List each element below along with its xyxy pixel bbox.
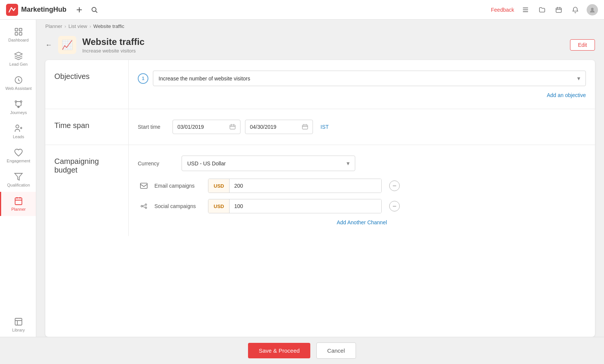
sidebar-item-journeys[interactable]: Journeys [0, 95, 36, 119]
svg-marker-16 [15, 173, 22, 180]
sidebar-item-qualification[interactable]: Qualification [0, 168, 36, 192]
svg-rect-7 [15, 28, 18, 31]
svg-point-25 [145, 207, 147, 208]
email-remove-button[interactable]: − [389, 180, 400, 191]
page-title: Website traffic [82, 37, 564, 47]
svg-rect-5 [556, 8, 561, 12]
objective-number: 1 [138, 73, 148, 84]
social-currency-tag: USD [208, 199, 230, 213]
svg-point-13 [20, 101, 22, 102]
feedback-link[interactable]: Feedback [491, 7, 514, 13]
sidebar-label-leads: Leads [13, 134, 24, 139]
social-amount-input[interactable] [230, 199, 381, 213]
svg-rect-0 [6, 4, 18, 16]
objectives-label: Objectives [45, 60, 128, 109]
topbar-right: Feedback [491, 4, 598, 15]
social-remove-button[interactable]: − [389, 201, 400, 211]
svg-point-24 [141, 205, 142, 207]
add-channel-link[interactable]: Add Another Channel [138, 219, 586, 225]
svg-point-6 [591, 8, 594, 10]
sidebar-label-journeys: Journeys [10, 110, 27, 115]
timespan-row: Start time 03/01/2019 04/30/2019 IST [138, 120, 586, 134]
svg-rect-21 [302, 125, 308, 129]
svg-rect-20 [230, 125, 235, 129]
sidebar-label-lead-gen: Lead Gen [9, 62, 28, 66]
breadcrumb-current: Website traffic [93, 23, 124, 29]
social-icon [138, 200, 150, 212]
svg-rect-9 [15, 32, 18, 35]
sidebar-item-lead-gen[interactable]: Lead Gen [0, 47, 36, 71]
objective-value: Increase the number of website visitors [159, 76, 250, 82]
page-subtitle: Increase website visitors [82, 48, 564, 54]
page-title-block: Website traffic Increase website visitor… [82, 37, 564, 54]
content-area: Planner › List view › Website traffic ← … [36, 20, 604, 364]
email-campaign-label: Email campaigns [154, 183, 203, 189]
start-time-label: Start time [138, 124, 168, 130]
social-campaign-label: Social campaigns [154, 203, 203, 209]
objective-dropdown[interactable]: Increase the number of website visitors [153, 71, 586, 86]
sidebar-label-planner: Planner [11, 207, 26, 211]
start-date-input[interactable]: 03/01/2019 [173, 120, 240, 134]
folder-icon[interactable] [537, 5, 547, 15]
social-campaign-row: Social campaigns USD − [138, 199, 586, 213]
edit-button[interactable]: Edit [570, 39, 595, 51]
end-date-input[interactable]: 04/30/2019 [245, 120, 313, 134]
svg-point-12 [15, 101, 17, 102]
page-header: ← 📈 Website traffic Increase website vis… [36, 33, 604, 60]
sidebar-item-web-assistant[interactable]: Web Assistant [0, 71, 36, 95]
topbar: MarketingHub Feedback [0, 0, 604, 20]
back-button[interactable]: ← [45, 41, 52, 49]
calendar-end-icon [302, 124, 308, 130]
user-avatar[interactable] [587, 4, 598, 15]
budget-label: Campaigning budget [45, 145, 128, 236]
main-layout: Dashboard Lead Gen Web Assistant Journey… [0, 20, 604, 364]
breadcrumb-planner[interactable]: Planner [45, 23, 62, 29]
app-name: MarketingHub [21, 6, 66, 14]
timezone-label: IST [320, 124, 329, 130]
sidebar-item-planner[interactable]: Planner [0, 192, 36, 216]
sidebar-label-dashboard: Dashboard [8, 38, 29, 42]
topbar-actions [74, 5, 100, 15]
add-button[interactable] [74, 5, 85, 15]
timespan-section: Time span Start time 03/01/2019 04/30/20… [45, 109, 595, 145]
svg-point-15 [16, 125, 19, 128]
timespan-content: Start time 03/01/2019 04/30/2019 IST [128, 109, 595, 145]
chevron-down-icon [347, 160, 350, 167]
breadcrumb-list-view[interactable]: List view [68, 23, 87, 29]
search-button[interactable] [89, 5, 100, 15]
email-currency-tag: USD [208, 179, 230, 193]
timespan-label: Time span [45, 109, 128, 145]
currency-value: USD - US Dollar [187, 160, 226, 167]
svg-point-1 [92, 7, 96, 11]
list-view-icon[interactable] [520, 5, 531, 15]
sidebar-item-engagement[interactable]: Engagement [0, 143, 36, 168]
currency-row: Currency USD - US Dollar [138, 156, 586, 171]
email-amount-input[interactable] [230, 179, 381, 193]
currency-dropdown[interactable]: USD - US Dollar [182, 156, 355, 171]
svg-rect-4 [523, 11, 528, 12]
cancel-button[interactable]: Cancel [316, 342, 356, 359]
objectives-section: Objectives 1 Increase the number of webs… [45, 60, 595, 109]
save-proceed-button[interactable]: Save & Proceed [248, 343, 310, 358]
add-objective-link[interactable]: Add an objective [138, 92, 586, 98]
email-budget-input-wrap[interactable]: USD [208, 179, 382, 193]
budget-section: Campaigning budget Currency USD - US Dol… [45, 145, 595, 236]
end-date-value: 04/30/2019 [250, 124, 276, 130]
social-budget-input-wrap[interactable]: USD [208, 199, 382, 213]
sidebar-item-leads[interactable]: Leads [0, 119, 36, 143]
notifications-icon[interactable] [570, 5, 581, 15]
objectives-content: 1 Increase the number of website visitor… [128, 60, 595, 109]
sidebar: Dashboard Lead Gen Web Assistant Journey… [0, 20, 36, 364]
svg-rect-8 [19, 28, 22, 31]
sidebar-item-library[interactable]: Library [0, 313, 36, 337]
sidebar-label-web-assistant: Web Assistant [5, 86, 32, 91]
svg-rect-3 [523, 9, 528, 10]
form-card: Objectives 1 Increase the number of webs… [45, 60, 595, 337]
sidebar-item-dashboard[interactable]: Dashboard [0, 23, 36, 47]
calendar-icon[interactable] [553, 5, 564, 15]
app-logo[interactable]: MarketingHub [6, 4, 66, 16]
email-icon [138, 180, 150, 192]
currency-label: Currency [138, 160, 176, 167]
svg-point-23 [145, 204, 147, 205]
sidebar-label-qualification: Qualification [7, 183, 30, 187]
